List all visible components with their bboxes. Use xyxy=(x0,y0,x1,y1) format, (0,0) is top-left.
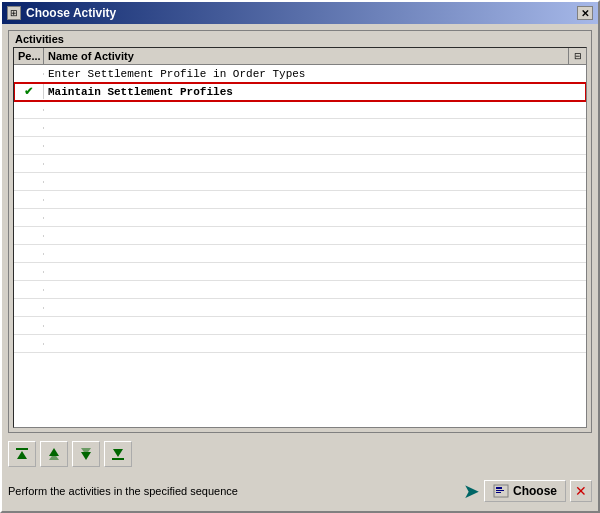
row-pe-cell xyxy=(14,181,44,183)
svg-marker-6 xyxy=(113,449,123,457)
row-pe-cell xyxy=(14,307,44,309)
row-pe-cell xyxy=(14,217,44,219)
col-name-header: Name of Activity xyxy=(44,48,568,64)
row-name-cell xyxy=(44,289,586,291)
row-pe-cell xyxy=(14,343,44,345)
svg-rect-7 xyxy=(112,458,124,460)
table-row[interactable] xyxy=(14,101,586,119)
row-name-cell xyxy=(44,235,586,237)
row-name-cell xyxy=(44,127,586,129)
table-row[interactable] xyxy=(14,155,586,173)
row-pe-cell xyxy=(14,109,44,111)
row-name-cell xyxy=(44,199,586,201)
title-bar-left: ⊞ Choose Activity xyxy=(7,6,116,20)
row-pe-cell xyxy=(14,325,44,327)
status-text: Perform the activities in the specified … xyxy=(8,485,238,497)
table-row[interactable] xyxy=(14,263,586,281)
row-name-cell xyxy=(44,181,586,183)
row-name-cell: Maintain Settlement Profiles xyxy=(44,85,586,99)
row-name-cell xyxy=(44,271,586,273)
row-name-cell xyxy=(44,253,586,255)
table-row[interactable] xyxy=(14,119,586,137)
window-title: Choose Activity xyxy=(26,6,116,20)
col-pe-header: Pe... xyxy=(14,48,44,64)
row-pe-cell xyxy=(14,127,44,129)
row-name-cell xyxy=(44,343,586,345)
choose-button[interactable]: Choose xyxy=(484,480,566,502)
table-row[interactable] xyxy=(14,227,586,245)
table-row[interactable] xyxy=(14,191,586,209)
title-bar: ⊞ Choose Activity ✕ xyxy=(2,2,598,24)
row-name-cell: Enter Settlement Profile in Order Types xyxy=(44,67,586,81)
table-row[interactable] xyxy=(14,245,586,263)
action-buttons: ➤ Choose ✕ xyxy=(463,479,592,503)
table-row[interactable] xyxy=(14,335,586,353)
row-pe-cell xyxy=(14,271,44,273)
table-body[interactable]: Enter Settlement Profile in Order Types✔… xyxy=(14,65,586,427)
window-icon: ⊞ xyxy=(7,6,21,20)
table-row[interactable] xyxy=(14,137,586,155)
row-name-cell xyxy=(44,217,586,219)
row-pe-cell xyxy=(14,199,44,201)
row-pe-cell xyxy=(14,289,44,291)
cancel-button[interactable]: ✕ xyxy=(570,480,592,502)
row-pe-cell xyxy=(14,253,44,255)
close-button[interactable]: ✕ xyxy=(577,6,593,20)
row-name-cell xyxy=(44,145,586,147)
move-down-button[interactable] xyxy=(72,441,100,467)
table-row[interactable] xyxy=(14,281,586,299)
row-pe-cell xyxy=(14,235,44,237)
row-name-cell xyxy=(44,307,586,309)
bottom-area: Perform the activities in the specified … xyxy=(8,475,592,505)
main-window: ⊞ Choose Activity ✕ Activities Pe... Nam… xyxy=(0,0,600,513)
table-row[interactable] xyxy=(14,209,586,227)
row-pe-cell xyxy=(14,73,44,75)
svg-rect-9 xyxy=(496,487,502,489)
table-row[interactable] xyxy=(14,317,586,335)
toolbar xyxy=(8,439,592,469)
move-top-button[interactable] xyxy=(8,441,36,467)
move-up-button[interactable] xyxy=(40,441,68,467)
svg-marker-1 xyxy=(17,451,27,459)
table-row[interactable] xyxy=(14,299,586,317)
row-name-cell xyxy=(44,109,586,111)
row-pe-cell: ✔ xyxy=(14,84,44,99)
move-bottom-button[interactable] xyxy=(104,441,132,467)
table-header: Pe... Name of Activity ⊟ xyxy=(14,48,586,65)
row-name-cell xyxy=(44,325,586,327)
table-row[interactable] xyxy=(14,173,586,191)
row-name-cell xyxy=(44,163,586,165)
window-content: Activities Pe... Name of Activity ⊟ Ente… xyxy=(2,24,598,511)
table-row[interactable]: Enter Settlement Profile in Order Types xyxy=(14,65,586,83)
svg-rect-10 xyxy=(496,490,504,491)
svg-rect-11 xyxy=(496,492,501,493)
choose-label: Choose xyxy=(513,484,557,498)
table-container: Pe... Name of Activity ⊟ Enter Settlemen… xyxy=(13,47,587,428)
activities-group: Activities Pe... Name of Activity ⊟ Ente… xyxy=(8,30,592,433)
row-pe-cell xyxy=(14,145,44,147)
group-label: Activities xyxy=(9,31,591,47)
row-pe-cell xyxy=(14,163,44,165)
cancel-icon: ✕ xyxy=(575,483,587,499)
column-resize-btn[interactable]: ⊟ xyxy=(568,48,586,64)
svg-rect-0 xyxy=(16,448,28,450)
table-row[interactable]: ✔Maintain Settlement Profiles xyxy=(14,83,586,101)
arrow-icon: ➤ xyxy=(463,479,480,503)
